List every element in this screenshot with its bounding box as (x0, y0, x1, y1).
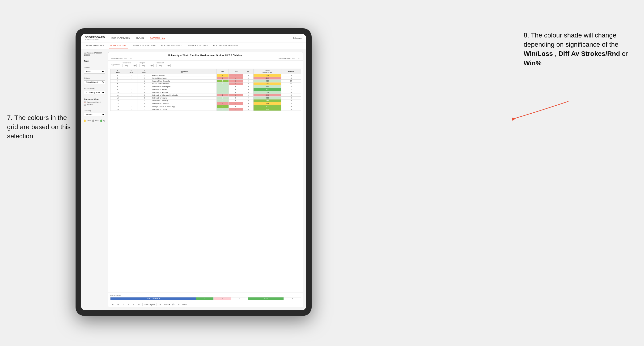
out-div-tie: 0 (231, 298, 248, 300)
logo-sub-text: Powered by clippd (85, 39, 105, 40)
cell-rank: 16 (110, 108, 125, 111)
toolbar: ↩ ↪ ⟩ ⊞ ≡ ⏱ View: Original 👁 Watch ▾ 💬 ⊞… (108, 302, 303, 307)
cell-rank: 8 (110, 85, 125, 88)
logo-text: SCOREBOARD (85, 36, 105, 39)
view-original-label[interactable]: View: Original (144, 304, 155, 306)
division-record: Division Record: 88 - 17 - 0 (278, 57, 300, 59)
cell-loss: 1 (229, 80, 243, 82)
cell-conf: 1 (138, 99, 151, 102)
conference-select[interactable]: (All) (122, 64, 137, 67)
cell-opponent: University of Florida (151, 108, 216, 111)
school-select[interactable]: 1. University of Nort... (84, 91, 105, 94)
cell-reg: - (125, 99, 137, 102)
cell-opponent: University of Alabama (151, 91, 216, 94)
cell-opponent: Auburn University (151, 74, 216, 77)
table-row: 6 - 2 Florida State University 4 2 0 1.8… (110, 82, 301, 85)
forward-icon[interactable]: ⟩ (122, 303, 125, 306)
out-div-win: 1 (196, 298, 214, 300)
grid-title-text: University of North Carolina Head-to-Hea… (111, 54, 300, 57)
redo-icon[interactable]: ↪ (116, 303, 120, 306)
cell-reg: - (125, 74, 137, 77)
opponent-select[interactable]: (All) (156, 64, 171, 67)
grid-title: University of North Carolina Head-to-Hea… (108, 52, 303, 61)
comment-icon[interactable]: 💬 (172, 303, 175, 306)
present-icon[interactable]: ⊞ (177, 303, 180, 306)
copy-icon[interactable]: ⊞ (127, 303, 130, 306)
gender-select[interactable]: Men's (84, 70, 105, 74)
annotation-left-text: The colours in the grid are based on thi… (7, 114, 70, 140)
cell-win: 2 (216, 74, 228, 77)
out-div-row: NCAA Division II 1 0 0 26.00 3 (110, 298, 301, 300)
tab-player-h2h-grid[interactable]: PLAYER H2H GRID (186, 42, 208, 49)
nav-teams[interactable]: TEAMS (136, 36, 144, 40)
division-select[interactable]: NCAA Division I (84, 80, 105, 84)
annotation-right-bold2: Diff Av Strokes/Rnd (558, 50, 620, 57)
col-conf: #Conf (138, 69, 151, 74)
radio-opponents-played-label: Opponents Played (87, 101, 100, 103)
sidebar-division-section: Division NCAA Division I (84, 77, 105, 84)
col-rank: #Rank (110, 69, 125, 74)
grid-area: University of North Carolina Head-to-Hea… (108, 52, 303, 307)
cell-conf: 2 (138, 77, 151, 80)
cell-conf: 7 (138, 108, 151, 111)
cell-tie: 0 (243, 94, 254, 97)
date-label: Last Updated: 27/03/2024 (84, 52, 105, 54)
cell-opponent: University of Virginia (151, 97, 216, 99)
cell-conf: 1 (138, 88, 151, 91)
cell-reg: - (125, 80, 137, 82)
app-header: SCOREBOARD Powered by clippd TOURNAMENTS… (81, 34, 306, 42)
radio-opponents-played[interactable]: Opponents Played (84, 101, 105, 103)
radio-top100[interactable]: Top 100 (84, 104, 105, 106)
tab-team-h2h-heatmap[interactable]: TEAM H2H HEATMAP (132, 42, 156, 49)
cell-tie: 0 (243, 97, 254, 99)
gender-label: Gender (84, 67, 105, 69)
share-label[interactable]: Share (182, 304, 187, 306)
out-div-loss: 0 (214, 298, 231, 300)
toolbar-divider2 (156, 303, 157, 306)
sidebar-school-section: School (Rank) 1. University of Nort... (84, 88, 105, 94)
tab-player-h2h-heatmap[interactable]: PLAYER H2H HEATMAP (212, 42, 239, 49)
colour-by-select[interactable]: Win/loss (84, 113, 105, 116)
tab-player-summary[interactable]: PLAYER SUMMARY (160, 42, 183, 49)
out-div-name: NCAA Division II (110, 298, 196, 300)
radio-group: Opponents Played Top 100 (84, 101, 105, 106)
table-row: 2 - 1 Auburn University 2 1 0 1.67 9 (110, 74, 301, 77)
sidebar-team-section: Team (84, 60, 105, 63)
cell-opponent: University of Washington (151, 85, 216, 88)
cell-opponent: University of Arkansas, Fayetteville (151, 94, 216, 97)
legend-level-label: Level (95, 120, 99, 122)
data-table: #Rank #Reg #Conf Opponent Win Loss Tie D… (108, 69, 303, 293)
settings-icon[interactable]: ≡ (132, 303, 135, 306)
eye-icon[interactable]: 👁 (159, 303, 162, 306)
arrow-right (512, 99, 571, 123)
radio-opponents-played-circle (84, 101, 86, 103)
cell-conf: 2 (138, 85, 151, 88)
cell-loss: 0 (229, 105, 243, 108)
watch-label[interactable]: Watch ▾ (164, 304, 170, 306)
tab-team-summary[interactable]: TEAM SUMMARY (85, 42, 105, 49)
radio-top100-circle (84, 104, 86, 106)
cell-diff: 2.61 (253, 91, 281, 94)
annotation-right-text2: , (555, 50, 558, 57)
sidebar-opponent-view-section: Opponent View Opponents Played Top 100 (84, 98, 105, 106)
undo-icon[interactable]: ↩ (111, 303, 114, 306)
sign-out-link[interactable]: | Sign out (293, 37, 302, 39)
cell-reg: - (125, 102, 137, 105)
cell-diff: 9.00 (253, 88, 281, 91)
cell-conf: 1 (138, 80, 151, 82)
nav-tournaments[interactable]: TOURNAMENTS (110, 36, 130, 40)
table-row: 3 - 2 Vanderbilt University 0 4 0 -2.29 … (110, 77, 301, 80)
clock-icon[interactable]: ⏱ (137, 303, 140, 306)
region-select[interactable]: (All) (140, 64, 154, 67)
cell-rank: 9 (110, 88, 125, 91)
nav-committee[interactable]: COMMITTEE (150, 36, 166, 40)
cell-opponent: Vanderbilt University (151, 77, 216, 80)
opponent-label: Opponent (156, 62, 171, 64)
cell-conf: 4 (138, 105, 151, 108)
tab-team-h2h-grid[interactable]: TEAM H2H GRID (109, 42, 128, 49)
cell-win: 1 (216, 88, 228, 91)
cell-rounds: 8 (282, 77, 301, 80)
annotation-right-text3: or (622, 50, 628, 57)
annotation-right-bold3: Win% (524, 59, 542, 67)
cell-loss: 0 (229, 97, 243, 99)
